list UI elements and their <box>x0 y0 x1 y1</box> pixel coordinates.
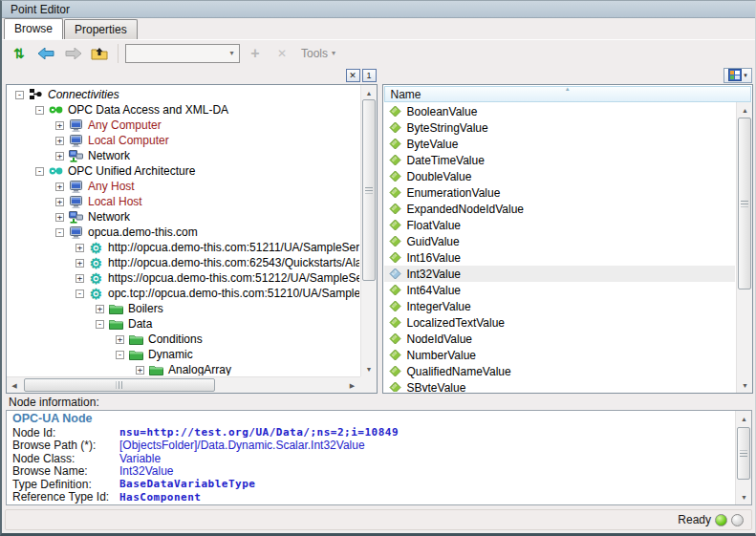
tree-vertical-scrollbar[interactable]: ▲ ▼ <box>360 85 377 376</box>
tab-browse[interactable]: Browse <box>4 18 63 39</box>
expand-icon[interactable]: + <box>116 335 124 344</box>
tree-item[interactable]: +⚙https://opcua.demo-this.com:51212/UA/S… <box>8 270 359 286</box>
expand-icon[interactable]: + <box>55 121 64 130</box>
expand-icon[interactable]: + <box>55 198 64 206</box>
expand-icon[interactable]: + <box>76 274 84 283</box>
panel-one-button[interactable]: 1 <box>362 69 377 82</box>
list-item[interactable]: FloatValue <box>384 217 736 233</box>
list-vscroll-thumb[interactable] <box>738 118 751 289</box>
tree-item[interactable]: +Network <box>8 148 359 163</box>
add-button[interactable]: + <box>244 43 267 64</box>
tree-item[interactable]: -opcua.demo-this.com <box>8 225 359 240</box>
scroll-left-icon[interactable]: ◀ <box>7 377 22 394</box>
tree-panel-header: ✕ 1 <box>6 66 378 84</box>
scroll-down-icon[interactable]: ▼ <box>737 377 753 393</box>
address-combobox[interactable]: ▾ <box>125 44 240 63</box>
tree-item[interactable]: +Boilers <box>8 301 359 316</box>
list-item[interactable]: SByteValue <box>384 379 736 392</box>
list-item[interactable]: BooleanValue <box>384 103 736 119</box>
tree-item[interactable]: +Any Computer <box>8 118 359 133</box>
tree-item[interactable]: +Local Computer <box>8 133 359 148</box>
tree-item-label: Network <box>88 149 130 162</box>
tree-item[interactable]: +⚙http://opcua.demo-this.com:51211/UA/Sa… <box>8 240 359 255</box>
tree-horizontal-scrollbar[interactable]: ◀ ▶ <box>7 376 360 393</box>
tree-item-label: Dynamic <box>148 348 193 361</box>
tree-item[interactable]: +Conditions <box>8 332 359 347</box>
tab-browse-label: Browse <box>14 22 53 35</box>
list-item[interactable]: Int16Value <box>384 249 736 266</box>
tag-icon <box>388 105 403 118</box>
name-column-header[interactable]: ▲ Name <box>384 86 752 102</box>
expand-icon[interactable]: + <box>76 259 84 268</box>
expand-icon[interactable]: + <box>55 213 64 222</box>
tree-item[interactable]: -OPC Unified Architecture <box>8 163 359 179</box>
collapse-icon[interactable]: - <box>116 351 124 359</box>
expand-icon[interactable]: + <box>55 182 64 191</box>
scroll-down-icon[interactable]: ▼ <box>361 361 378 376</box>
refresh-button[interactable]: ⇅ <box>8 43 31 64</box>
collapse-icon[interactable]: - <box>76 289 84 298</box>
list-item[interactable]: Int64Value <box>384 282 736 298</box>
tree-item[interactable]: -⚙opc.tcp://opcua.demo-this.com:51210/UA… <box>8 286 359 301</box>
back-button[interactable] <box>34 43 57 64</box>
tag-icon <box>388 284 403 296</box>
tree-item[interactable]: +AnalogArray <box>8 362 359 375</box>
list-item[interactable]: ByteValue <box>384 136 736 152</box>
expand-icon[interactable]: + <box>96 305 104 313</box>
collapse-icon[interactable]: - <box>55 228 64 237</box>
list-item[interactable]: NumberValue <box>384 347 736 363</box>
view-mode-button[interactable]: ▾ <box>724 68 752 83</box>
tools-menu-button[interactable]: Tools ▾ <box>297 47 339 60</box>
collapse-icon[interactable]: - <box>15 91 24 99</box>
list-item[interactable]: ExpandedNodeIdValue <box>384 201 736 217</box>
collapse-icon[interactable]: - <box>96 320 104 329</box>
list-item[interactable]: IntegerValue <box>384 298 736 314</box>
list-item-label: NodeIdValue <box>407 332 473 346</box>
nodeinfo-vscroll-thumb[interactable] <box>737 427 750 480</box>
tree-hscroll-thumb[interactable] <box>24 378 215 392</box>
expand-icon[interactable]: + <box>136 366 144 375</box>
expand-icon[interactable]: + <box>76 244 84 252</box>
gear-icon: ⚙ <box>88 256 104 270</box>
tree-item[interactable]: +Any Host <box>8 179 359 194</box>
scroll-down-icon[interactable]: ▼ <box>736 489 752 504</box>
tree-item[interactable]: -Connectivities <box>8 87 359 102</box>
tree-item[interactable]: -OPC Data Access and XML-DA <box>8 102 359 118</box>
tree-item[interactable]: +⚙http://opcua.demo-this.com:62543/Quick… <box>8 255 359 270</box>
list-item[interactable]: Int32Value <box>384 266 736 282</box>
up-one-level-button[interactable] <box>88 43 111 64</box>
scroll-up-icon[interactable]: ▲ <box>737 102 753 118</box>
list-item[interactable]: LocalizedTextValue <box>384 314 736 331</box>
scroll-up-icon[interactable]: ▲ <box>361 85 378 100</box>
list-item[interactable]: ByteStringValue <box>384 119 736 136</box>
opcua-icon <box>48 166 64 176</box>
expand-icon[interactable]: + <box>55 152 64 161</box>
panel-close-button[interactable]: ✕ <box>346 69 360 82</box>
status-text: Ready <box>678 513 711 526</box>
expand-icon[interactable]: + <box>55 137 64 145</box>
node-info-row: Type Definition:BaseDataVariableType <box>12 478 735 491</box>
tree-vscroll-thumb[interactable] <box>362 99 376 281</box>
tree-item[interactable]: -Dynamic <box>8 347 359 362</box>
scroll-up-icon[interactable]: ▲ <box>736 411 752 426</box>
collapse-icon[interactable]: - <box>35 167 44 176</box>
collapse-icon[interactable]: - <box>35 106 44 115</box>
list-item[interactable]: NodeIdValue <box>384 331 736 347</box>
list-item-label: FloatValue <box>407 219 461 232</box>
list-item[interactable]: EnumerationValue <box>384 184 736 201</box>
tree-item[interactable]: +Network <box>8 209 359 225</box>
delete-button[interactable]: ✕ <box>270 43 293 64</box>
list-item[interactable]: GuidValue <box>384 233 736 249</box>
list-item[interactable]: DateTimeValue <box>384 152 736 168</box>
list-vertical-scrollbar[interactable]: ▲ ▼ <box>736 102 752 393</box>
status-led-green-icon <box>715 514 727 526</box>
tree-item[interactable]: +Local Host <box>8 194 359 209</box>
node-info-row: Node Id:nsu=http://test.org/UA/Data/;ns=… <box>12 426 735 440</box>
scroll-right-icon[interactable]: ▶ <box>345 377 360 394</box>
tree-item[interactable]: -Data <box>8 316 359 332</box>
list-item[interactable]: QualifiedNameValue <box>384 363 736 379</box>
forward-button[interactable] <box>61 43 84 64</box>
tab-properties[interactable]: Properties <box>64 19 138 39</box>
nodeinfo-vertical-scrollbar[interactable]: ▲ ▼ <box>735 411 751 504</box>
list-item[interactable]: DoubleValue <box>384 168 736 184</box>
